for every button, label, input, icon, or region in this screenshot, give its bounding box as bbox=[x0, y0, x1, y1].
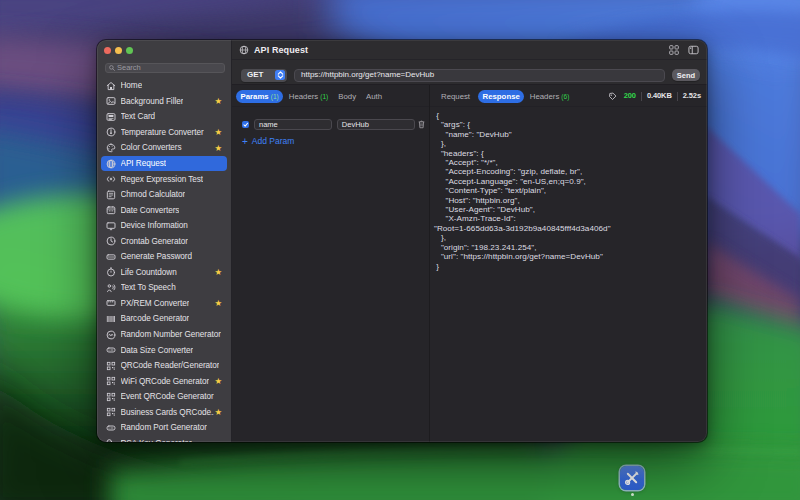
sidebar-item-data-size-converter[interactable]: Data Size Converter bbox=[101, 342, 227, 358]
ruler-icon bbox=[106, 298, 116, 308]
tab-response[interactable]: Response bbox=[478, 90, 524, 103]
sidebar-item-api-request[interactable]: API Request bbox=[101, 156, 227, 172]
dock-devhub-icon[interactable] bbox=[620, 466, 644, 490]
palette-icon bbox=[106, 143, 116, 153]
send-button[interactable]: Send bbox=[672, 69, 700, 81]
sidebar-item-text-card[interactable]: Text Card bbox=[101, 109, 227, 125]
clock-icon bbox=[106, 236, 116, 246]
regex-icon bbox=[106, 174, 116, 184]
response-headers-count: (6) bbox=[561, 93, 569, 100]
infinity-icon bbox=[106, 330, 116, 340]
favorite-star-icon: ★ bbox=[214, 377, 223, 386]
sidebar-item-business-cards-qrcode[interactable]: Business Cards QRCode...★ bbox=[101, 404, 227, 420]
tool-list: HomeBackground Filler★Text CardTemperatu… bbox=[97, 78, 231, 442]
param-value-input[interactable]: DevHub bbox=[337, 119, 415, 130]
status-code: 200 bbox=[619, 92, 641, 100]
sidebar-item-device-information[interactable]: Device Information bbox=[101, 218, 227, 234]
minimize-window-button[interactable] bbox=[115, 47, 122, 54]
sidebar-item-event-qrcode-generator[interactable]: Event QRCode Generator bbox=[101, 389, 227, 405]
password-icon bbox=[106, 252, 116, 262]
sidebar-item-label: Background Filler bbox=[121, 97, 184, 106]
sidebar-item-label: Temperature Converter bbox=[121, 128, 204, 137]
sidebar-item-label: Regex Expression Test bbox=[121, 175, 204, 184]
tab-response-headers[interactable]: Headers (6) bbox=[525, 90, 574, 103]
sidebar-item-crontab-generator[interactable]: Crontab Generator bbox=[101, 233, 227, 249]
param-checkbox[interactable] bbox=[242, 121, 249, 128]
sidebar-item-chmod-calculator[interactable]: Chmod Calculator bbox=[101, 187, 227, 203]
sidebar-item-wifi-qrcode-generator[interactable]: WiFi QRCode Generator★ bbox=[101, 373, 227, 389]
trash-icon[interactable] bbox=[417, 119, 425, 129]
sidebar-item-qrcode-reader-generator[interactable]: QRCode Reader/Generator bbox=[101, 358, 227, 374]
sidebar-item-rsa-key-generator[interactable]: RSA Key Generator bbox=[101, 436, 227, 442]
home-icon bbox=[106, 81, 116, 91]
sidebar-item-label: API Request bbox=[121, 159, 166, 168]
grid-icon[interactable] bbox=[668, 45, 679, 55]
tag-icon[interactable] bbox=[608, 92, 617, 101]
dock-running-indicator bbox=[631, 493, 634, 496]
url-value: https://httpbin.org/get?name=DevHub bbox=[301, 71, 434, 79]
sidebar-item-random-number-generator[interactable]: Random Number Generator bbox=[101, 327, 227, 343]
search-input[interactable]: Search bbox=[105, 63, 225, 74]
close-window-button[interactable] bbox=[104, 47, 111, 54]
sidebar-item-label: Crontab Generator bbox=[121, 237, 188, 246]
sidebar-item-label: Data Size Converter bbox=[121, 346, 194, 355]
response-status: 200 0.40KB 2.52s bbox=[608, 92, 702, 101]
sidebar-item-temperature-converter[interactable]: Temperature Converter★ bbox=[101, 125, 227, 141]
sidebar-item-px-rem-converter[interactable]: PX/REM Converter★ bbox=[101, 296, 227, 312]
params-count: (1) bbox=[271, 93, 279, 100]
qrcode-icon bbox=[106, 407, 116, 417]
sidebar-item-generate-password[interactable]: Generate Password bbox=[101, 249, 227, 265]
favorite-star-icon: ★ bbox=[214, 144, 223, 153]
favorite-star-icon: ★ bbox=[214, 128, 223, 137]
stepper-icon bbox=[275, 70, 285, 80]
sidebar-item-barcode-generator[interactable]: Barcode Generator bbox=[101, 311, 227, 327]
barcode-icon bbox=[106, 314, 116, 324]
method-select[interactable]: GET bbox=[241, 69, 287, 82]
sidebar-item-label: Random Number Generator bbox=[121, 330, 221, 339]
titlebar: API Request bbox=[232, 40, 707, 60]
url-input[interactable]: https://httpbin.org/get?name=DevHub bbox=[294, 69, 665, 82]
favorite-star-icon: ★ bbox=[214, 299, 223, 308]
globe-icon bbox=[106, 159, 116, 169]
plus-icon: + bbox=[242, 137, 248, 147]
request-toolbar: GET https://httpbin.org/get?name=DevHub … bbox=[232, 60, 707, 85]
favorite-star-icon: ★ bbox=[214, 408, 223, 417]
response-body[interactable]: { "args": { "name": "DevHub" }, "headers… bbox=[430, 107, 707, 443]
qrcode-icon bbox=[106, 361, 116, 371]
calendar-icon bbox=[106, 205, 116, 215]
sidebar: Search HomeBackground Filler★Text CardTe… bbox=[97, 40, 232, 442]
chmod-icon bbox=[106, 190, 116, 200]
window-title: API Request bbox=[254, 45, 308, 55]
stopwatch-icon bbox=[106, 267, 116, 277]
sidebar-item-color-converters[interactable]: Color Converters★ bbox=[101, 140, 227, 156]
sidebar-item-date-converters[interactable]: Date Converters bbox=[101, 202, 227, 218]
add-param-button[interactable]: + Add Param bbox=[242, 137, 429, 147]
response-tabs: Request Response Headers (6) bbox=[430, 85, 707, 107]
textcard-icon bbox=[106, 112, 116, 122]
param-value-value: DevHub bbox=[342, 121, 369, 129]
tab-params[interactable]: Params (1) bbox=[236, 90, 283, 103]
tab-body[interactable]: Body bbox=[334, 90, 361, 103]
sidebar-item-label: Chmod Calculator bbox=[121, 190, 186, 199]
thermo-icon bbox=[106, 127, 116, 137]
api-request-tool-icon bbox=[239, 45, 249, 55]
monitor-icon bbox=[106, 221, 116, 231]
zoom-window-button[interactable] bbox=[126, 47, 133, 54]
sidebar-item-random-port-generator[interactable]: Random Port Generator bbox=[101, 420, 227, 436]
sidebar-item-home[interactable]: Home bbox=[101, 78, 227, 94]
sidebar-item-label: Barcode Generator bbox=[121, 314, 190, 323]
sidebar-item-regex-expression-test[interactable]: Regex Expression Test bbox=[101, 171, 227, 187]
sidebar-item-label: QRCode Reader/Generator bbox=[121, 361, 220, 370]
sidebar-toggle-icon[interactable] bbox=[688, 45, 699, 55]
request-tabs: Params (1) Headers (1) Body Auth bbox=[232, 85, 429, 107]
tab-request[interactable]: Request bbox=[434, 90, 477, 103]
param-key-input[interactable]: name bbox=[254, 119, 332, 130]
sidebar-item-life-countdown[interactable]: Life Countdown★ bbox=[101, 265, 227, 281]
sidebar-item-background-filler[interactable]: Background Filler★ bbox=[101, 94, 227, 110]
sidebar-item-text-to-speech[interactable]: Text To Speech bbox=[101, 280, 227, 296]
tab-auth[interactable]: Auth bbox=[362, 90, 387, 103]
method-value: GET bbox=[247, 71, 275, 79]
sidebar-item-label: Text Card bbox=[121, 112, 156, 121]
tab-headers[interactable]: Headers (1) bbox=[284, 90, 333, 103]
favorite-star-icon: ★ bbox=[214, 97, 223, 106]
